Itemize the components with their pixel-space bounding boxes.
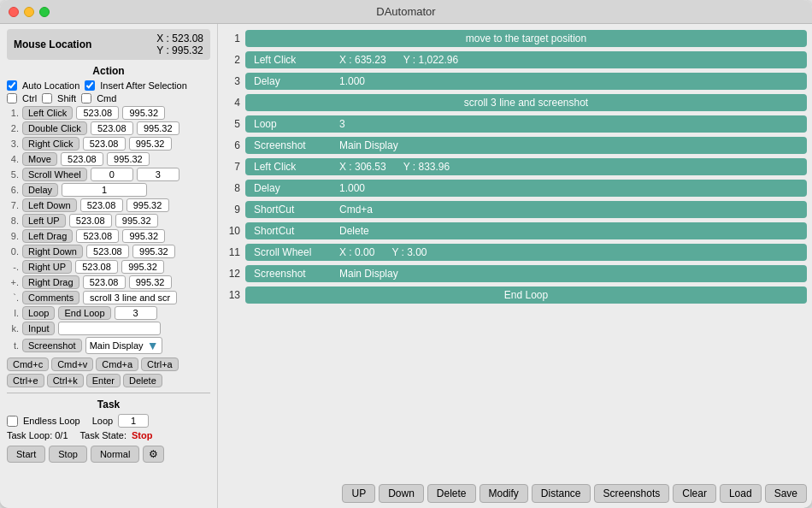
end-loop-btn[interactable]: End Loop <box>58 306 110 320</box>
right-drag-y[interactable] <box>129 275 172 289</box>
comments-val[interactable] <box>83 291 177 304</box>
input-val[interactable] <box>58 322 161 335</box>
double-click-y[interactable] <box>137 121 179 135</box>
left-click-x[interactable] <box>76 106 119 120</box>
list-row[interactable]: 4scroll 3 line and screenshot <box>223 93 807 112</box>
cmd-v-btn[interactable]: Cmd+v <box>51 357 93 371</box>
list-row[interactable]: 11Scroll WheelX : 0.00Y : 3.00 <box>223 243 807 262</box>
screenshots-action-btn[interactable]: Screenshots <box>594 484 670 503</box>
list-row[interactable]: 3Delay1.000 <box>223 72 807 91</box>
move-y[interactable] <box>107 152 150 166</box>
scroll-wheel-btn[interactable]: Scroll Wheel <box>22 168 87 181</box>
modify-action-btn[interactable]: Modify <box>480 484 528 503</box>
list-item-val1: Cmd+a <box>339 204 373 216</box>
row-num-6: 6. <box>7 185 19 195</box>
delay-val[interactable] <box>62 183 147 197</box>
loop-btn[interactable]: Loop <box>22 306 55 320</box>
ctrl-checkbox[interactable] <box>7 93 17 103</box>
list-row[interactable]: 9ShortCutCmd+a <box>223 200 807 219</box>
right-down-x[interactable] <box>86 245 129 258</box>
list-row[interactable]: 1move to the target position <box>223 29 807 48</box>
comments-btn[interactable]: Comments <box>22 291 79 304</box>
double-click-x[interactable] <box>91 121 133 135</box>
left-drag-x[interactable] <box>76 229 119 243</box>
stop-btn[interactable]: Stop <box>49 446 87 463</box>
cmd-a-btn[interactable]: Cmd+a <box>96 357 138 371</box>
screenshot-btn[interactable]: Screenshot <box>22 339 82 352</box>
delete-action-btn[interactable]: Delete <box>427 484 476 503</box>
loop-count-task[interactable] <box>118 414 149 428</box>
window-title: DAutomator <box>376 5 435 18</box>
normal-btn[interactable]: Normal <box>91 446 139 463</box>
right-down-btn[interactable]: Right Down <box>22 245 83 258</box>
screenshot-select[interactable]: Main Display ▼ <box>85 337 163 354</box>
endless-loop-checkbox[interactable] <box>7 416 18 427</box>
distance-action-btn[interactable]: Distance <box>532 484 591 503</box>
enter-btn[interactable]: Enter <box>86 374 121 387</box>
left-drag-btn[interactable]: Left Drag <box>22 229 73 243</box>
double-click-btn[interactable]: Double Click <box>22 121 87 135</box>
left-up-btn[interactable]: Left UP <box>22 214 66 227</box>
list-item-bar: Delay1.000 <box>245 73 807 90</box>
left-click-y[interactable] <box>122 106 165 120</box>
right-drag-x[interactable] <box>83 275 126 289</box>
ctrl-k-btn[interactable]: Ctrl+k <box>47 374 84 387</box>
list-item-val1: Main Display <box>339 139 398 151</box>
list-row-num: 7 <box>223 161 240 173</box>
ctrl-a-btn[interactable]: Ctrl+a <box>141 357 179 371</box>
move-x[interactable] <box>61 152 103 166</box>
maximize-button[interactable] <box>39 7 50 17</box>
loop-count[interactable] <box>115 306 157 320</box>
auto-location-checkbox[interactable] <box>7 80 17 91</box>
delete-shortcut-btn[interactable]: Delete <box>123 374 162 387</box>
list-row[interactable]: 6ScreenshotMain Display <box>223 136 807 155</box>
move-btn[interactable]: Move <box>22 152 57 166</box>
list-row[interactable]: 2Left ClickX : 635.23Y : 1,022.96 <box>223 50 807 69</box>
left-up-y[interactable] <box>115 214 158 227</box>
list-item-type: ShortCut <box>254 204 322 216</box>
list-item-type: Left Click <box>254 54 322 66</box>
task-control-btns: Start Stop Normal ⚙ <box>7 446 210 463</box>
left-down-btn[interactable]: Left Down <box>22 198 77 212</box>
left-down-x[interactable] <box>80 198 123 212</box>
list-row[interactable]: 5Loop3 <box>223 115 807 133</box>
clear-action-btn[interactable]: Clear <box>673 484 716 503</box>
list-row[interactable]: 8Delay1.000 <box>223 179 807 198</box>
right-panel: 1move to the target position2Left ClickX… <box>218 24 812 508</box>
settings-btn[interactable]: ⚙ <box>143 446 164 463</box>
right-up-btn[interactable]: Right UP <box>22 260 72 274</box>
left-down-y[interactable] <box>127 198 169 212</box>
input-btn[interactable]: Input <box>22 322 55 335</box>
cmd-label: Cmd <box>97 93 116 103</box>
list-row[interactable]: 7Left ClickX : 306.53Y : 833.96 <box>223 157 807 176</box>
right-drag-btn[interactable]: Right Drag <box>22 275 79 289</box>
minimize-button[interactable] <box>24 7 34 17</box>
scroll-x[interactable] <box>91 168 133 181</box>
cmd-c-btn[interactable]: Cmd+c <box>7 357 49 371</box>
insert-after-checkbox[interactable] <box>85 80 95 91</box>
right-up-y[interactable] <box>121 260 164 274</box>
list-row[interactable]: 13End Loop <box>223 286 807 304</box>
ctrl-e-btn[interactable]: Ctrl+e <box>7 374 44 387</box>
scroll-y[interactable] <box>137 168 179 181</box>
list-row[interactable]: 12ScreenshotMain Display <box>223 264 807 283</box>
right-click-x[interactable] <box>83 137 126 151</box>
right-up-x[interactable] <box>75 260 118 274</box>
load-action-btn[interactable]: Load <box>720 484 762 503</box>
right-click-y[interactable] <box>129 137 172 151</box>
down-action-btn[interactable]: Down <box>379 484 424 503</box>
left-drag-y[interactable] <box>122 229 165 243</box>
right-click-btn[interactable]: Right Click <box>22 137 79 151</box>
right-down-y[interactable] <box>132 245 175 258</box>
shift-checkbox[interactable] <box>42 93 52 103</box>
delay-btn[interactable]: Delay <box>22 183 58 197</box>
up-action-btn[interactable]: UP <box>342 484 375 503</box>
save-action-btn[interactable]: Save <box>765 484 807 503</box>
list-row-num: 10 <box>223 225 240 237</box>
cmd-checkbox[interactable] <box>81 93 91 103</box>
left-up-x[interactable] <box>69 214 112 227</box>
list-row[interactable]: 10ShortCutDelete <box>223 222 807 240</box>
left-click-btn[interactable]: Left Click <box>22 106 73 120</box>
close-button[interactable] <box>9 7 19 17</box>
start-btn[interactable]: Start <box>7 446 45 463</box>
